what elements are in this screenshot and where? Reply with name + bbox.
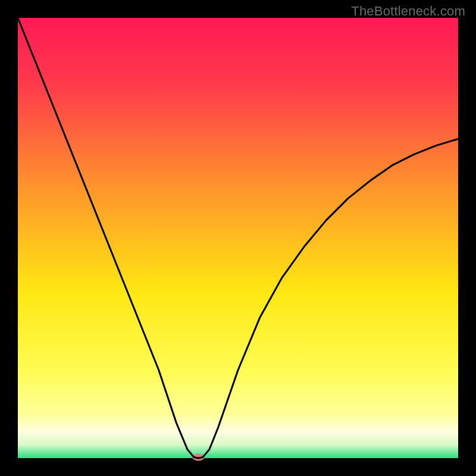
chart-container: TheBottleneck.com xyxy=(0,0,476,476)
plot-background xyxy=(18,18,458,458)
watermark-text: TheBottleneck.com xyxy=(351,4,465,19)
bottleneck-chart xyxy=(0,0,476,476)
